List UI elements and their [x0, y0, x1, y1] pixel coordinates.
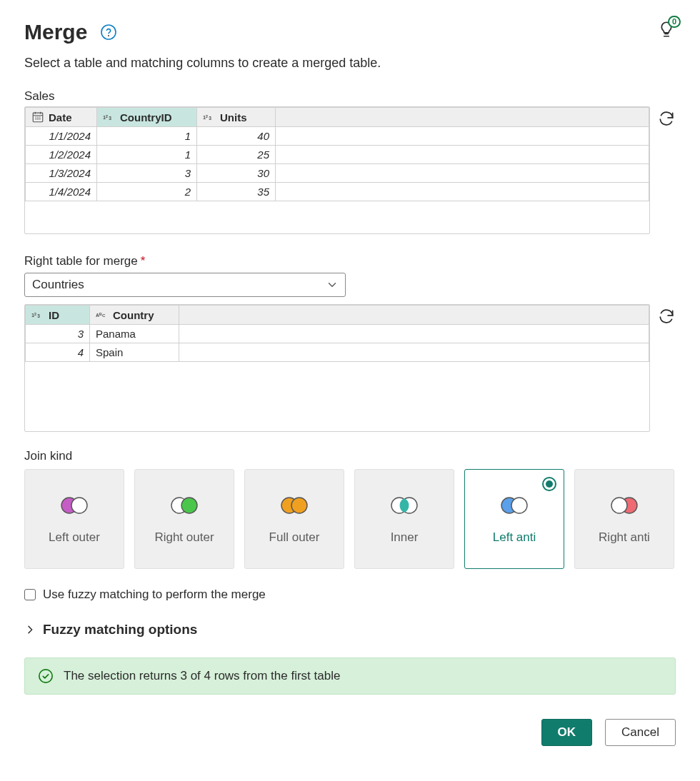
right-table-label: Right table for merge * — [24, 254, 676, 268]
venn-icon — [167, 493, 201, 520]
number-type-icon: 123 — [203, 111, 216, 124]
text-type-icon: ABC — [96, 308, 109, 321]
dialog-footer: OK Cancel — [24, 719, 676, 746]
table-row[interactable]: 3Panama — [26, 325, 649, 343]
right-table[interactable]: 123IDABCCountry3Panama4Spain — [24, 304, 650, 432]
tips-button[interactable]: 0 — [657, 20, 676, 39]
tips-badge: 0 — [668, 16, 681, 28]
join-kind-right-anti[interactable]: Right anti — [574, 469, 674, 569]
page-title: Merge — [24, 20, 87, 44]
fuzzy-options-expander[interactable]: Fuzzy matching options — [24, 622, 676, 638]
refresh-left-table-button[interactable] — [657, 109, 676, 128]
svg-point-0 — [101, 25, 116, 39]
svg-text:3: 3 — [37, 313, 40, 318]
table-row[interactable]: 1/4/2024235 — [26, 183, 649, 201]
svg-text:2: 2 — [106, 114, 109, 119]
column-header[interactable]: ABCCountry — [90, 306, 179, 325]
venn-icon — [277, 493, 311, 520]
page-header: Merge 0 — [24, 20, 676, 44]
column-header[interactable]: Date — [26, 108, 97, 127]
svg-text:2: 2 — [34, 312, 37, 316]
help-icon[interactable] — [100, 24, 117, 41]
required-indicator: * — [141, 254, 146, 268]
number-type-icon: 123 — [31, 308, 44, 321]
cancel-button[interactable]: Cancel — [605, 719, 676, 746]
svg-point-27 — [39, 670, 52, 682]
svg-text:2: 2 — [206, 114, 209, 119]
status-bar: The selection returns 3 of 4 rows from t… — [24, 657, 676, 695]
join-kind-label: Join kind — [24, 449, 676, 463]
table-row[interactable]: 1/3/2024330 — [26, 164, 649, 183]
venn-icon — [387, 493, 421, 520]
number-type-icon: 123 — [103, 111, 116, 124]
svg-text:B: B — [99, 312, 102, 316]
svg-point-16 — [71, 498, 87, 513]
venn-icon — [497, 493, 531, 520]
ok-button[interactable]: OK — [541, 719, 593, 746]
svg-point-20 — [291, 498, 307, 513]
svg-point-1 — [108, 35, 109, 36]
svg-point-18 — [181, 498, 197, 513]
venn-icon — [57, 493, 91, 520]
date-type-icon — [31, 111, 44, 124]
page-subtitle: Select a table and matching columns to c… — [24, 56, 676, 71]
left-table[interactable]: Date123CountryID123Units1/1/20241401/2/2… — [24, 106, 650, 234]
table-row[interactable]: 4Spain — [26, 343, 649, 362]
join-kind-left-anti[interactable]: Left anti — [464, 469, 564, 569]
success-icon — [38, 668, 54, 684]
join-kind-left-outer[interactable]: Left outer — [24, 469, 124, 569]
svg-point-24 — [511, 498, 527, 513]
table-row[interactable]: 1/2/2024125 — [26, 146, 649, 164]
join-kind-right-outer[interactable]: Right outer — [134, 469, 234, 569]
refresh-right-table-button[interactable] — [657, 307, 676, 326]
svg-text:3: 3 — [209, 116, 211, 121]
join-kind-inner[interactable]: Inner — [354, 469, 454, 569]
table-row[interactable]: 1/1/2024140 — [26, 127, 649, 146]
chevron-right-icon — [24, 624, 36, 635]
fuzzy-matching-checkbox[interactable] — [24, 589, 36, 600]
right-table-select[interactable]: Countries — [24, 273, 346, 297]
status-message: The selection returns 3 of 4 rows from t… — [64, 669, 340, 683]
join-kind-full-outer[interactable]: Full outer — [244, 469, 344, 569]
fuzzy-matching-label: Use fuzzy matching to perform the merge — [43, 588, 266, 602]
venn-icon — [607, 493, 641, 520]
column-header[interactable]: 123ID — [26, 306, 90, 325]
left-table-label: Sales — [24, 89, 676, 104]
svg-text:3: 3 — [109, 116, 111, 121]
selected-indicator — [542, 477, 556, 491]
svg-text:C: C — [102, 313, 106, 318]
svg-point-26 — [611, 498, 627, 513]
column-header[interactable]: 123CountryID — [97, 108, 197, 127]
column-header[interactable]: 123Units — [197, 108, 276, 127]
